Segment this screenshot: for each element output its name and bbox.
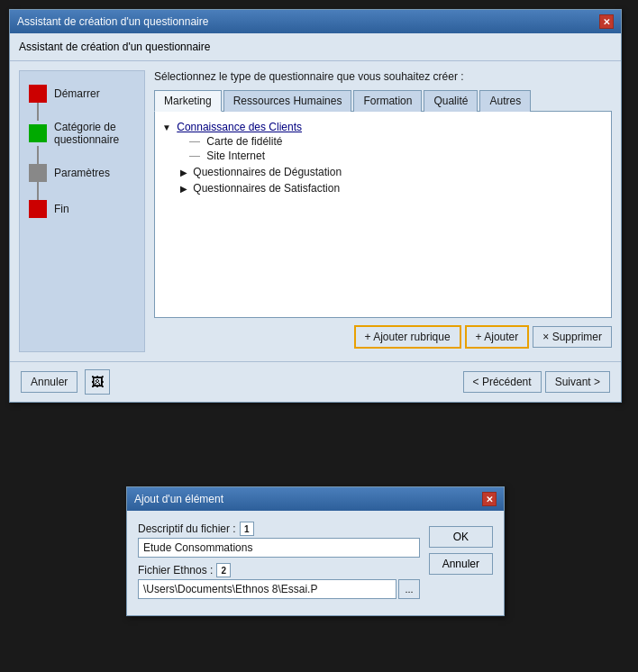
footer-left: Annuler 🖼 xyxy=(21,369,110,395)
descriptif-step-badge: 1 xyxy=(240,522,254,536)
fichier-label-text: Fichier Ethnos : xyxy=(138,564,213,577)
tab-ressources-humaines[interactable]: Ressources Humaines xyxy=(223,90,352,112)
tree-item-satisfaction[interactable]: ▶ Questionnaires de Satisfaction xyxy=(162,182,604,195)
sidebar-item-parametres: Paramètres xyxy=(29,164,110,182)
tree-line-carte: — xyxy=(189,135,200,148)
sidebar-label-demarrer: Démarrer xyxy=(54,87,100,100)
descriptif-row: Descriptif du fichier : 1 xyxy=(138,522,420,558)
tab-formation[interactable]: Formation xyxy=(353,90,422,112)
main-dialog-subtitle-bar: Assistant de création d'un questionnaire xyxy=(10,33,621,61)
sidebar-label-categorie: Catégorie de questionnaire xyxy=(54,121,135,146)
connector-3 xyxy=(37,182,39,200)
tree-item-carte[interactable]: — Carte de fidélité xyxy=(162,135,604,148)
tree-item-connaissance[interactable]: ▼ Connaissance des Clients xyxy=(162,121,604,133)
main-dialog-close-button[interactable]: ✕ xyxy=(599,14,614,29)
main-dialog-subtitle: Assistant de création d'un questionnaire xyxy=(19,41,210,53)
form-buttons: OK Annuler xyxy=(429,522,493,604)
tree-label-site: Site Internet xyxy=(206,150,265,162)
tree-toggle-degustation[interactable]: ▶ xyxy=(180,168,187,177)
fin-icon xyxy=(29,200,47,218)
form-area: Descriptif du fichier : 1 Fichier Ethnos… xyxy=(127,511,504,615)
main-dialog-titlebar: Assistant de création d'un questionnaire… xyxy=(10,10,621,33)
demarrer-icon xyxy=(29,85,47,103)
second-dialog: Ajout d'un élément ✕ Descriptif du fichi… xyxy=(126,486,505,616)
next-button[interactable]: Suivant > xyxy=(545,371,610,393)
connector-2 xyxy=(37,146,39,164)
tree-area: ▼ Connaissance des Clients — Carte de fi… xyxy=(154,111,612,318)
previous-button[interactable]: < Précédent xyxy=(463,371,542,393)
descriptif-input[interactable] xyxy=(138,538,420,558)
tree-label-carte: Carte de fidélité xyxy=(206,135,282,148)
delete-label: Supprimer xyxy=(552,331,602,343)
second-cancel-button[interactable]: Annuler xyxy=(429,553,493,575)
form-fields: Descriptif du fichier : 1 Fichier Ethnos… xyxy=(138,522,420,604)
sidebar-item-fin: Fin xyxy=(29,200,69,218)
ok-button[interactable]: OK xyxy=(429,526,493,548)
tree-item-site[interactable]: — Site Internet xyxy=(162,150,604,162)
tab-marketing[interactable]: Marketing xyxy=(154,90,222,112)
tree-item-degustation[interactable]: ▶ Questionnaires de Dégustation xyxy=(162,166,604,178)
help-icon[interactable]: 🖼 xyxy=(85,369,110,395)
tree-line-site: — xyxy=(189,150,200,162)
cancel-button[interactable]: Annuler xyxy=(21,371,77,393)
tab-qualite[interactable]: Qualité xyxy=(424,90,478,112)
sidebar: Démarrer Catégorie de questionnaire Para… xyxy=(19,70,145,352)
categorie-icon xyxy=(29,124,47,142)
sidebar-item-categorie: Catégorie de questionnaire xyxy=(29,121,135,146)
tree-toggle-connaissance[interactable]: ▼ xyxy=(162,123,171,132)
panel-description: Sélectionnez le type de questionnaire qu… xyxy=(154,70,612,83)
sidebar-section: Démarrer Catégorie de questionnaire Para… xyxy=(29,85,135,218)
parametres-icon xyxy=(29,164,47,182)
add-rubrique-button[interactable]: + Ajouter rubrique xyxy=(354,325,461,349)
fichier-label: Fichier Ethnos : 2 xyxy=(138,563,420,577)
main-dialog-title: Assistant de création d'un questionnaire xyxy=(17,15,208,28)
sidebar-label-parametres: Paramètres xyxy=(54,167,110,179)
action-button-row: + Ajouter rubrique + Ajouter × Supprimer xyxy=(154,318,612,352)
main-dialog: Assistant de création d'un questionnaire… xyxy=(9,9,622,403)
tab-autres[interactable]: Autres xyxy=(479,90,531,112)
sidebar-label-fin: Fin xyxy=(54,203,69,215)
tree-label-satisfaction: Questionnaires de Satisfaction xyxy=(193,182,340,195)
delete-icon: × xyxy=(542,331,549,343)
fichier-input[interactable] xyxy=(138,579,396,599)
tabs-container: Marketing Ressources Humaines Formation … xyxy=(154,90,612,112)
sidebar-item-demarrer: Démarrer xyxy=(29,85,100,103)
delete-button[interactable]: × Supprimer xyxy=(533,326,612,348)
second-dialog-title: Ajout d'un élément xyxy=(134,493,223,505)
fichier-input-row: ... xyxy=(138,579,420,599)
descriptif-label-text: Descriptif du fichier : xyxy=(138,522,236,535)
dialog-content: Démarrer Catégorie de questionnaire Para… xyxy=(10,61,621,361)
browse-button[interactable]: ... xyxy=(398,579,419,599)
descriptif-label: Descriptif du fichier : 1 xyxy=(138,522,420,536)
dialog-footer: Annuler 🖼 < Précédent Suivant > xyxy=(10,361,621,402)
main-panel: Sélectionnez le type de questionnaire qu… xyxy=(154,70,612,352)
second-dialog-titlebar: Ajout d'un élément ✕ xyxy=(127,487,504,511)
connector-1 xyxy=(37,103,39,121)
fichier-step-badge: 2 xyxy=(216,563,231,577)
tree-toggle-satisfaction[interactable]: ▶ xyxy=(180,184,187,194)
second-dialog-close-button[interactable]: ✕ xyxy=(482,492,497,506)
add-button[interactable]: + Ajouter xyxy=(465,325,530,349)
tree-label-degustation: Questionnaires de Dégustation xyxy=(193,166,342,178)
footer-right: < Précédent Suivant > xyxy=(463,371,610,393)
fichier-row: Fichier Ethnos : 2 ... xyxy=(138,563,420,599)
tree-label-connaissance: Connaissance des Clients xyxy=(177,121,302,133)
